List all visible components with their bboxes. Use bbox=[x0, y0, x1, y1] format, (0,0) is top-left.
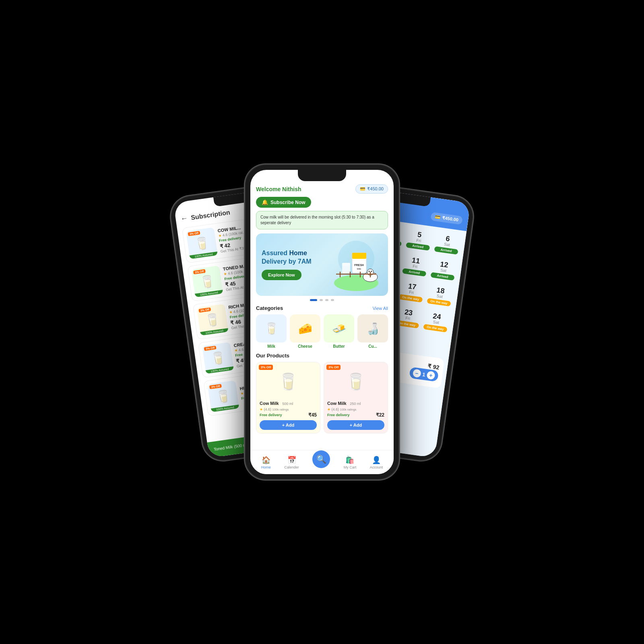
bottom-navigation: 🏠 Home 📅 Calender 🔍 🛍️ My Cart 👤 Account bbox=[250, 450, 394, 474]
categories-title: Categories bbox=[256, 305, 283, 311]
nav-home[interactable]: 🏠 Home bbox=[261, 456, 271, 469]
sub-item-emoji-2: 🥛 bbox=[199, 273, 216, 289]
products-header: Our Products bbox=[256, 353, 388, 359]
dot-3 bbox=[325, 299, 328, 301]
subscribe-now-button[interactable]: 🔔 Subscribe Now bbox=[256, 197, 311, 208]
sub-assured-2: 100% Assured bbox=[195, 290, 223, 297]
dot-4 bbox=[331, 299, 334, 301]
quantity-decrease-button[interactable]: − bbox=[412, 369, 421, 378]
explore-now-button[interactable]: Explore Now bbox=[262, 270, 301, 280]
search-button[interactable]: 🔍 bbox=[312, 450, 330, 468]
sub-off-badge-2: 3% Off bbox=[193, 269, 206, 275]
dot-1 bbox=[310, 299, 317, 301]
sub-item-image-4: 🥛 3% Off 100% Assured bbox=[202, 342, 234, 374]
product-rating-1: ★ (4.6) 100k ratings bbox=[260, 407, 317, 411]
banner-title: Assured HomeDelivery by 7AM bbox=[262, 249, 330, 266]
product-price-row-1: Free delivery ₹45 bbox=[260, 412, 317, 418]
cal-day-18: 18 Sat On the way bbox=[425, 283, 455, 309]
category-milk[interactable]: 🥛 Milk bbox=[256, 314, 287, 349]
categories-header: Categories View All bbox=[256, 305, 388, 311]
product-image-1: 🥛 bbox=[260, 365, 317, 398]
product-name-row-2: Cow Milk 250 ml bbox=[327, 399, 384, 407]
category-cheese-image: 🧀 bbox=[290, 314, 320, 343]
view-all-link[interactable]: View All bbox=[373, 306, 388, 311]
category-butter-label: Butter bbox=[324, 344, 354, 349]
sub-item-image-3: 🥛 3% Off 100% Assured bbox=[197, 304, 229, 336]
account-icon: 👤 bbox=[372, 456, 381, 464]
product-price-1: ₹45 bbox=[308, 412, 317, 418]
dot-2 bbox=[320, 299, 323, 301]
banner-image: FRESH Milk bbox=[330, 239, 382, 291]
quantity-increase-button[interactable]: + bbox=[426, 371, 436, 380]
nav-cart[interactable]: 🛍️ My Cart bbox=[344, 456, 357, 469]
svg-text:Milk: Milk bbox=[357, 268, 362, 270]
banner-text: Assured HomeDelivery by 7AM Explore Now bbox=[262, 249, 330, 281]
product-rating-2: ★ (4.6) 100k ratings bbox=[327, 407, 384, 411]
bell-icon: 🔔 bbox=[262, 199, 268, 205]
sub-item-image-2: 🥛 3% Off 100% Assured bbox=[191, 266, 223, 297]
category-cheese[interactable]: 🧀 Cheese bbox=[290, 314, 320, 349]
sub-assured-1: 100% Assured bbox=[190, 252, 218, 259]
svg-text:FRESH: FRESH bbox=[354, 264, 364, 266]
quantity-value: 1 bbox=[422, 371, 425, 378]
subscribe-label: Subscribe Now bbox=[270, 200, 305, 205]
milk-scene-svg: FRESH Milk bbox=[330, 239, 382, 291]
subscription-title: Subscription bbox=[190, 208, 230, 221]
sub-assured-5: 100% Assured bbox=[211, 405, 239, 412]
sub-item-emoji-1: 🥛 bbox=[194, 235, 211, 251]
categories-row: 🥛 Milk 🧀 Cheese 🧈 Butter 🍶 Cu... bbox=[256, 314, 388, 349]
nav-calendar[interactable]: 📅 Calender bbox=[284, 456, 299, 469]
home-icon: 🏠 bbox=[262, 456, 270, 464]
sub-off-badge-5: 3% Off bbox=[209, 384, 222, 389]
category-curd-image: 🍶 bbox=[357, 314, 388, 343]
cal-day-11: 11 Fri Arrived bbox=[400, 253, 430, 279]
sub-off-badge-3: 3% Off bbox=[198, 308, 211, 313]
back-arrow-icon[interactable]: ← bbox=[180, 214, 188, 223]
sub-assured-4: 100% Assured bbox=[206, 366, 234, 374]
svg-point-10 bbox=[369, 270, 370, 272]
product-image-2: 🥛 bbox=[327, 365, 384, 398]
category-milk-image: 🥛 bbox=[256, 314, 287, 343]
add-button-1[interactable]: + Add bbox=[260, 420, 317, 430]
product-name-2: Cow Milk bbox=[327, 401, 347, 406]
product-price-row-2: Free delivery ₹22 bbox=[327, 412, 384, 418]
product-name-row-1: Cow Milk 500 ml bbox=[260, 399, 317, 407]
wallet-icon: 💳 bbox=[360, 186, 365, 192]
sub-item-emoji-4: 🥛 bbox=[210, 350, 227, 366]
sub-item-emoji-5: 🥛 bbox=[215, 388, 232, 404]
cal-day-6: 6 Sat Arrived bbox=[432, 231, 462, 257]
cart-icon: 🛍️ bbox=[345, 456, 354, 464]
add-button-2[interactable]: + Add bbox=[327, 420, 384, 430]
calendar-wallet-icon: 💳 bbox=[435, 214, 441, 220]
center-phone-notch bbox=[298, 170, 346, 181]
welcome-row: Welcome Nithish 💳 ₹450.00 bbox=[256, 184, 388, 194]
product-size-1: 500 ml bbox=[282, 402, 293, 406]
product-delivery-1: Free delivery bbox=[260, 413, 282, 417]
product-size-2: 250 ml bbox=[350, 402, 361, 406]
nav-account[interactable]: 👤 Account bbox=[370, 456, 383, 469]
products-row: 3% Off 🥛 Cow Milk 500 ml ★ (4.6) 100k ra… bbox=[256, 362, 388, 433]
sub-item-emoji-3: 🥛 bbox=[204, 312, 221, 328]
center-phone: Welcome Nithish 💳 ₹450.00 🔔 Subscribe No… bbox=[246, 165, 398, 479]
sub-item-image-5: 🥛 3% Off 100% Assured bbox=[207, 380, 239, 412]
nav-account-label: Account bbox=[370, 465, 383, 469]
category-milk-label: Milk bbox=[256, 344, 287, 349]
delivery-notice-text: Cow milk will be delivered in the mornin… bbox=[260, 215, 374, 225]
center-phone-screen: Welcome Nithish 💳 ₹450.00 🔔 Subscribe No… bbox=[250, 170, 394, 474]
category-curd[interactable]: 🍶 Cu... bbox=[357, 314, 388, 349]
product-name-1: Cow Milk bbox=[260, 401, 279, 406]
category-butter[interactable]: 🧈 Butter bbox=[324, 314, 354, 349]
sub-off-badge-1: 3% Off bbox=[188, 231, 200, 236]
nav-home-label: Home bbox=[261, 465, 271, 469]
delivery-notice: Cow milk will be delivered in the mornin… bbox=[256, 211, 388, 229]
toast-text: Toned Milk (500 ml) bbox=[213, 442, 249, 452]
welcome-text: Welcome Nithish bbox=[256, 186, 301, 192]
sub-item-image-1: 🥛 3% Off 100% Assured bbox=[186, 227, 218, 259]
product-cow-milk-250: 3% Off 🥛 Cow Milk 250 ml ★ (4.6) 100k ra… bbox=[324, 362, 388, 433]
cal-day-5: 5 Fri Arrived bbox=[404, 227, 433, 254]
promo-banner: Assured HomeDelivery by 7AM Explore Now bbox=[256, 233, 388, 296]
nav-calendar-label: Calender bbox=[284, 465, 299, 469]
sub-off-badge-4: 3% Off bbox=[204, 346, 217, 351]
product-price-2: ₹22 bbox=[376, 412, 384, 418]
home-screen: Welcome Nithish 💳 ₹450.00 🔔 Subscribe No… bbox=[250, 170, 394, 474]
